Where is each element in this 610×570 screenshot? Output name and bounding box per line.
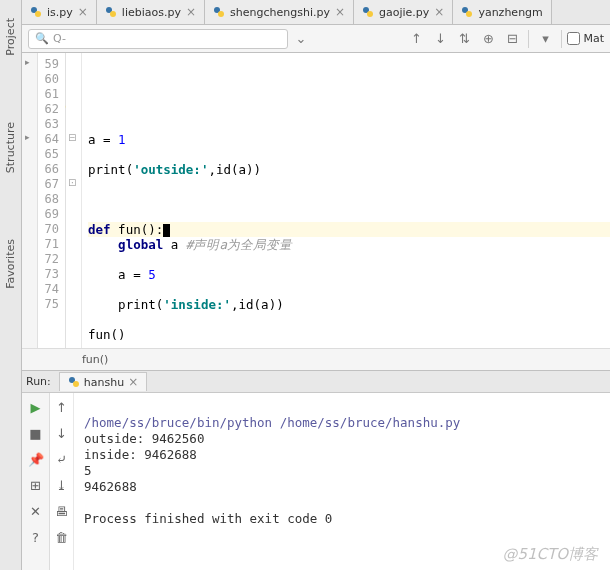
editor-tabs: is.py × liebiaos.py × shengchengshi.py ×…: [22, 0, 610, 25]
code-area[interactable]: a = 1 print('outside:',id(a)) def fun():…: [82, 53, 610, 348]
run-tab-label: hanshu: [84, 376, 124, 389]
svg-point-3: [110, 11, 116, 17]
python-icon: [105, 6, 117, 18]
history-icon[interactable]: ⌄: [290, 28, 312, 50]
line-number: 60: [38, 72, 59, 87]
prev-occurrence-icon[interactable]: ↑: [405, 28, 427, 50]
match-case-label: Mat: [583, 32, 604, 45]
pin-icon[interactable]: 📌: [26, 449, 46, 469]
svg-point-5: [218, 11, 224, 17]
tab-yanzhengm[interactable]: yanzhengm: [453, 0, 551, 24]
up-icon[interactable]: ↑: [52, 397, 72, 417]
tab-shengchengshi[interactable]: shengchengshi.py ×: [205, 0, 354, 24]
match-case-checkbox[interactable]: Mat: [567, 32, 604, 45]
run-controls-secondary: ↑ ↓ ⤶ ⤓ 🖶 🗑: [50, 393, 74, 570]
svg-point-7: [367, 11, 373, 17]
run-label: Run:: [26, 375, 51, 388]
match-case-input[interactable]: [567, 32, 580, 45]
trash-icon[interactable]: 🗑: [52, 527, 72, 547]
tab-label: shengchengshi.py: [230, 6, 330, 19]
line-number: 74: [38, 282, 59, 297]
fold-gutter: ⊟ ⊡: [66, 53, 82, 348]
python-icon: [362, 6, 374, 18]
tab-label: liebiaos.py: [122, 6, 181, 19]
left-sidebar: Project Structure Favorites: [0, 0, 22, 570]
search-icon: 🔍: [35, 32, 49, 45]
python-icon: [213, 6, 225, 18]
run-header: Run: hanshu ×: [22, 371, 610, 393]
layout-icon[interactable]: ⊞: [26, 475, 46, 495]
tab-label: is.py: [47, 6, 73, 19]
select-all-icon[interactable]: ⇅: [453, 28, 475, 50]
remove-selection-icon[interactable]: ⊟: [501, 28, 523, 50]
line-number: 72: [38, 252, 59, 267]
editor-body: ▸ ▸ 59606162💡63646566676869707172737475 …: [22, 53, 610, 348]
tab-is[interactable]: is.py ×: [22, 0, 97, 24]
line-number: 71: [38, 237, 59, 252]
line-number: 68: [38, 192, 59, 207]
add-selection-icon[interactable]: ⊕: [477, 28, 499, 50]
search-placeholder: Q-: [53, 32, 66, 45]
rerun-icon[interactable]: ▶: [26, 397, 46, 417]
close-icon[interactable]: ×: [78, 5, 88, 19]
close-panel-icon[interactable]: ✕: [26, 501, 46, 521]
svg-point-9: [466, 11, 472, 17]
scroll-icon[interactable]: ⤓: [52, 475, 72, 495]
filter-icon[interactable]: ▾: [534, 28, 556, 50]
search-toolbar: 🔍 Q- ⌄ ↑ ↓ ⇅ ⊕ ⊟ ▾ Mat: [22, 25, 610, 53]
python-icon: [461, 6, 473, 18]
search-input[interactable]: 🔍 Q-: [28, 29, 288, 49]
run-panel: Run: hanshu × ▶ ■ 📌 ⊞ ✕ ? ↑ ↓: [22, 370, 610, 570]
help-icon[interactable]: ?: [26, 527, 46, 547]
close-icon[interactable]: ×: [186, 5, 196, 19]
breadcrumb[interactable]: fun(): [22, 348, 610, 370]
line-number: 63: [38, 117, 59, 132]
sidebar-tab-structure[interactable]: Structure: [2, 114, 19, 181]
gutter: 59606162💡63646566676869707172737475: [38, 53, 66, 348]
sidebar-tab-favorites[interactable]: Favorites: [2, 231, 19, 297]
line-number: 62💡: [38, 102, 59, 117]
svg-point-1: [35, 11, 41, 17]
down-icon[interactable]: ↓: [52, 423, 72, 443]
python-icon: [30, 6, 42, 18]
line-number: 59: [38, 57, 59, 72]
wrap-icon[interactable]: ⤶: [52, 449, 72, 469]
sidebar-tab-project[interactable]: Project: [2, 10, 19, 64]
print-icon[interactable]: 🖶: [52, 501, 72, 521]
python-icon: [68, 376, 80, 388]
line-number: 67: [38, 177, 59, 192]
console-output[interactable]: /home/ss/bruce/bin/python /home/ss/bruce…: [74, 393, 610, 570]
breadcrumb-text: fun(): [82, 353, 108, 366]
fold-strip: ▸ ▸: [22, 53, 38, 348]
close-icon[interactable]: ×: [434, 5, 444, 19]
fold-arrow-icon[interactable]: ▸: [25, 57, 30, 67]
fold-close-icon[interactable]: ⊡: [68, 177, 76, 188]
line-number: 73: [38, 267, 59, 282]
tab-label: gaojie.py: [379, 6, 429, 19]
cursor: [163, 224, 170, 237]
line-number: 75: [38, 297, 59, 312]
close-icon[interactable]: ×: [128, 375, 138, 389]
tab-label: yanzhengm: [478, 6, 542, 19]
line-number: 70: [38, 222, 59, 237]
line-number: 65: [38, 147, 59, 162]
line-number: 66: [38, 162, 59, 177]
tab-gaojie[interactable]: gaojie.py ×: [354, 0, 453, 24]
stop-icon[interactable]: ■: [26, 423, 46, 443]
line-number: 64: [38, 132, 59, 147]
svg-point-11: [73, 381, 79, 387]
run-controls: ▶ ■ 📌 ⊞ ✕ ?: [22, 393, 50, 570]
next-occurrence-icon[interactable]: ↓: [429, 28, 451, 50]
fold-minus-icon[interactable]: ⊟: [68, 132, 76, 143]
run-tab[interactable]: hanshu ×: [59, 372, 147, 391]
tab-liebiaos[interactable]: liebiaos.py ×: [97, 0, 205, 24]
close-icon[interactable]: ×: [335, 5, 345, 19]
line-number: 69: [38, 207, 59, 222]
line-number: 61: [38, 87, 59, 102]
fold-arrow-icon[interactable]: ▸: [25, 132, 30, 142]
